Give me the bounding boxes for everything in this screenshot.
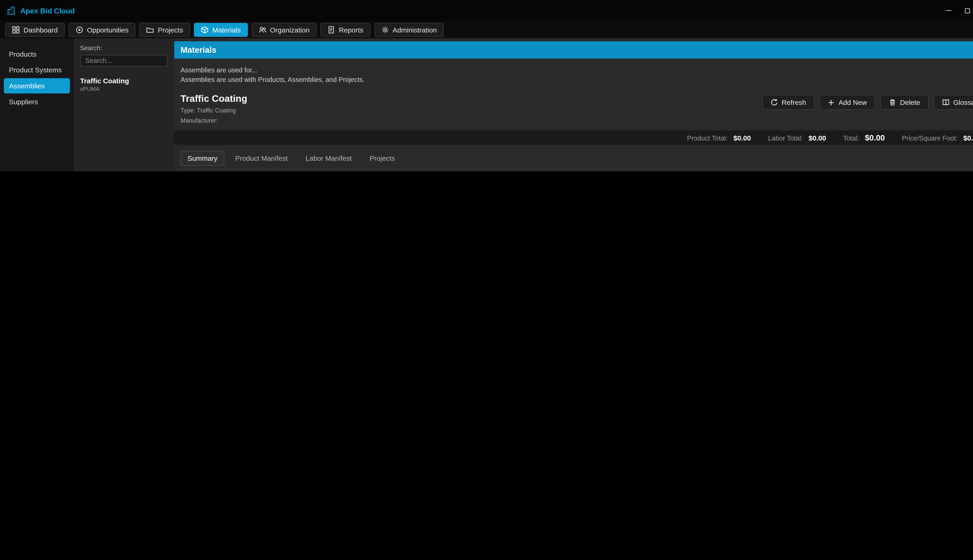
search-input[interactable]	[80, 54, 168, 67]
totals-bar: Product Total: $0.00 Labor Total: $0.00 …	[174, 130, 973, 145]
tab-projects[interactable]: Projects	[363, 151, 402, 166]
assembly-manufacturer-line: Manufacturer:	[181, 117, 247, 124]
glossary-button[interactable]: Glossary	[933, 95, 973, 110]
total-label: Total:	[843, 134, 859, 142]
nav-tab-label: Reports	[339, 26, 363, 33]
window-maximize-button[interactable]	[958, 0, 973, 21]
title-bar: Apex Bid Cloud	[0, 0, 973, 21]
button-label: Refresh	[782, 98, 806, 106]
main-nav: Dashboard Opportunities Projects Materia…	[0, 21, 973, 38]
total-value: $0.00	[733, 134, 751, 142]
nav-tab-label: Organization	[270, 26, 310, 33]
assembly-list-panel: Search: Traffic Coating xPUMA	[74, 38, 174, 172]
box-icon	[201, 26, 208, 33]
people-icon	[258, 26, 266, 33]
report-icon	[327, 26, 335, 33]
detail-header-left: Traffic Coating Type: Traffic Coating Ma…	[181, 93, 247, 124]
app-title: Apex Bid Cloud	[20, 7, 75, 14]
sidebar: Products Product Systems Assemblies Supp…	[0, 38, 74, 172]
button-label: Delete	[900, 98, 920, 106]
window-minimize-button[interactable]	[939, 0, 958, 21]
total-value: $0.00	[865, 133, 885, 142]
search-label: Search:	[80, 45, 168, 52]
grid-icon	[12, 26, 20, 33]
target-icon	[75, 26, 83, 33]
tab-labor-manifest[interactable]: Labor Manifest	[298, 151, 359, 166]
detail-header-row: Traffic Coating Type: Traffic Coating Ma…	[181, 93, 973, 124]
assembly-title: Traffic Coating	[181, 93, 247, 104]
nav-tab-dashboard[interactable]: Dashboard	[5, 23, 65, 37]
description-block: Assemblies are used for... Assemblies ar…	[181, 65, 973, 85]
sidebar-item-assemblies[interactable]: Assemblies	[4, 78, 70, 93]
minimize-icon	[946, 10, 951, 11]
maximize-icon	[965, 8, 970, 13]
book-icon	[942, 98, 950, 106]
app-logo-icon	[7, 6, 16, 15]
summary-panels: Measurements: Measurement Value Area	[174, 169, 973, 172]
refresh-button[interactable]: Refresh	[762, 95, 815, 110]
delete-button[interactable]: Delete	[880, 95, 928, 110]
nav-tab-organization[interactable]: Organization	[252, 23, 317, 37]
labor-total: Labor Total: $0.00	[768, 134, 826, 142]
nav-tab-label: Projects	[158, 26, 183, 33]
plus-icon	[828, 99, 835, 106]
detail-tabs: Summary Product Manifest Labor Manifest …	[181, 151, 973, 169]
gear-icon	[381, 26, 388, 33]
description-line: Assemblies are used with Products, Assem…	[181, 75, 973, 85]
page-header: Materials	[174, 41, 973, 58]
main-panel: Materials Assemblies are used for... Ass…	[174, 38, 973, 172]
button-label: Add New	[838, 98, 867, 106]
total-label: Product Total:	[687, 134, 728, 142]
total-value: $0.00	[808, 134, 826, 142]
trash-icon	[888, 98, 896, 106]
price-per-square-foot: Price/Square Foot: $0.00	[902, 134, 973, 142]
sidebar-item-product-systems[interactable]: Product Systems	[0, 62, 74, 77]
sidebar-item-products[interactable]: Products	[0, 46, 74, 62]
grand-total: Total: $0.00	[843, 133, 885, 142]
content-area: Products Product Systems Assemblies Supp…	[0, 38, 973, 172]
nav-tab-projects[interactable]: Projects	[139, 23, 190, 37]
refresh-icon	[770, 98, 778, 106]
sidebar-item-suppliers[interactable]: Suppliers	[0, 94, 74, 109]
action-toolbar: Refresh Add New Delete	[762, 95, 973, 110]
folder-icon	[147, 26, 154, 33]
total-value: $0.00	[963, 134, 973, 142]
list-item-subtitle: xPUMA	[80, 85, 168, 92]
nav-tab-materials[interactable]: Materials	[194, 23, 248, 37]
nav-tab-label: Dashboard	[23, 26, 58, 33]
window-controls	[939, 0, 973, 21]
tab-product-manifest[interactable]: Product Manifest	[228, 151, 295, 166]
add-new-button[interactable]: Add New	[820, 95, 875, 110]
tab-summary[interactable]: Summary	[181, 151, 225, 166]
assembly-type-line: Type: Traffic Coating	[181, 107, 247, 114]
nav-tab-label: Administration	[393, 26, 437, 33]
total-label: Price/Square Foot:	[902, 134, 958, 142]
total-label: Labor Total:	[768, 134, 803, 142]
nav-tab-reports[interactable]: Reports	[320, 23, 370, 37]
nav-tab-opportunities[interactable]: Opportunities	[68, 23, 135, 37]
nav-tab-administration[interactable]: Administration	[374, 23, 444, 37]
nav-tab-label: Materials	[212, 26, 241, 33]
description-line: Assemblies are used for...	[181, 65, 973, 75]
list-item-title: Traffic Coating	[80, 77, 168, 84]
app-window: Apex Bid Cloud Dashboard Opportunities P…	[0, 0, 973, 172]
button-label: Glossary	[953, 98, 973, 106]
list-item-traffic-coating[interactable]: Traffic Coating xPUMA	[80, 77, 168, 92]
product-total: Product Total: $0.00	[687, 134, 751, 142]
page-title: Materials	[181, 45, 217, 55]
nav-tab-label: Opportunities	[87, 26, 128, 33]
